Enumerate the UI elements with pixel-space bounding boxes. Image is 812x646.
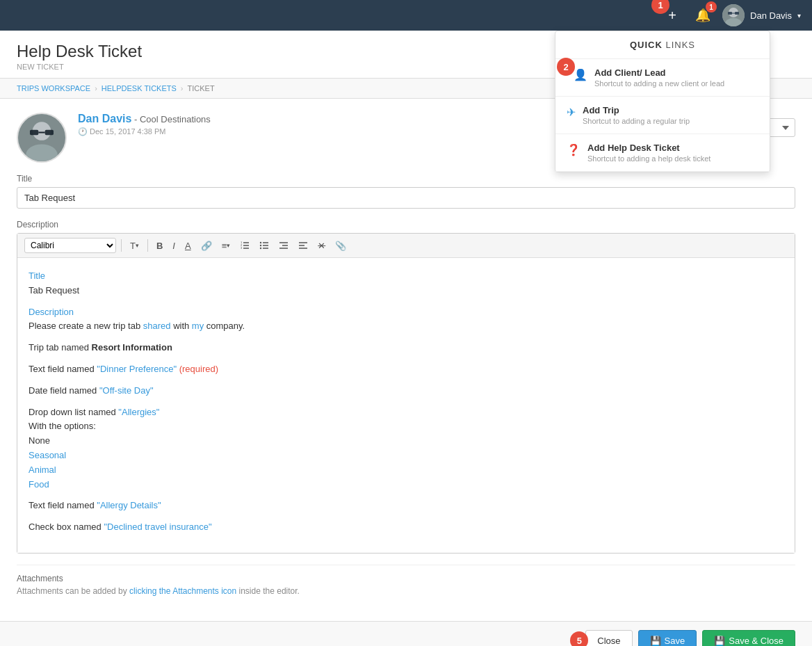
user-name-label: Dan Davis xyxy=(750,10,792,21)
title-label: Title xyxy=(17,174,795,184)
toolbar-sep2 xyxy=(147,239,148,252)
quick-link-add-trip[interactable]: ✈ Add Trip Shortcut to adding a regular … xyxy=(555,97,770,134)
editor-desc-label: Description xyxy=(29,307,74,317)
clock-icon: 🕐 xyxy=(78,127,90,136)
helpdesk-icon: ❓ xyxy=(567,143,580,156)
client-icon: 👤 xyxy=(574,68,587,81)
align-button[interactable]: ≡▾ xyxy=(218,239,234,253)
save-icon: 💾 xyxy=(650,636,661,646)
breadcrumb-sep2: › xyxy=(181,84,184,92)
svg-rect-4 xyxy=(735,12,739,15)
editor-date-field: Date field named "Off-site Day" xyxy=(29,384,783,398)
strikethrough-button[interactable]: ✕ xyxy=(314,239,329,253)
step5-badge: 5 xyxy=(570,631,588,646)
save-button[interactable]: 💾Save xyxy=(638,630,697,646)
quick-link-add-helpdesk[interactable]: ❓ Add Help Desk Ticket Shortcut to addin… xyxy=(555,134,770,172)
footer-bar: 5 Close 💾Save 💾Save & Close xyxy=(0,621,812,646)
svg-rect-10 xyxy=(45,130,54,136)
quick-link-client-info: Add Client/ Lead Shortcut to adding a ne… xyxy=(594,67,724,88)
svg-text:3: 3 xyxy=(241,246,243,250)
user-avatar-large xyxy=(17,113,67,163)
top-nav: 1 + 🔔 1 Dan Davis ▾ xyxy=(0,0,812,31)
editor-trip-tab: Trip tab named Resort Information xyxy=(29,341,783,355)
attachments-label: Attachments xyxy=(17,574,795,583)
notifications-wrap: 🔔 1 xyxy=(692,4,714,26)
editor-title-label: Title xyxy=(29,270,45,281)
user-avatar xyxy=(722,4,745,26)
description-label: Description xyxy=(17,220,795,229)
indent-button[interactable] xyxy=(275,239,292,252)
underline-button[interactable]: A xyxy=(181,239,195,253)
breadcrumb-workspace[interactable]: TRIPS WORKSPACE xyxy=(17,84,90,92)
close-button[interactable]: Close xyxy=(585,630,632,646)
editor-text-field2: Text field named "Allergy Details" xyxy=(29,499,783,513)
svg-rect-9 xyxy=(30,130,38,136)
main-content: Dan Davis - Cool Destinations 🕐 Dec 15, … xyxy=(0,99,812,621)
editor-dropdown: Drop down list named "Allergies" With th… xyxy=(29,405,783,492)
outdent-button[interactable] xyxy=(295,239,311,252)
editor-desc-text: Please create a new trip tab shared with… xyxy=(29,321,245,331)
save-close-icon: 💾 xyxy=(714,636,725,646)
notifications-button[interactable]: 🔔 1 xyxy=(692,4,714,26)
attachment-button[interactable]: 📎 xyxy=(332,239,350,253)
editor-container: Calibri Arial Times New Roman T▾ B I A 🔗… xyxy=(17,233,795,554)
user-menu[interactable]: Dan Davis ▾ xyxy=(722,4,801,26)
editor-toolbar: Calibri Arial Times New Roman T▾ B I A 🔗… xyxy=(17,234,795,258)
toolbar-sep1 xyxy=(121,239,122,252)
ordered-list-button[interactable]: 123 xyxy=(236,239,253,252)
italic-button[interactable]: I xyxy=(169,239,179,253)
editor-text-field1: Text field named "Dinner Preference" (re… xyxy=(29,362,783,377)
notification-badge: 1 xyxy=(706,1,717,13)
unordered-list-button[interactable] xyxy=(256,239,273,252)
step2-badge: 2 xyxy=(557,58,575,76)
quick-link-trip-info: Add Trip Shortcut to adding a regular tr… xyxy=(583,105,690,125)
save-close-button[interactable]: 💾Save & Close xyxy=(702,630,795,646)
user-caret-icon: ▾ xyxy=(797,12,801,19)
attachments-hint: Attachments can be added by clicking the… xyxy=(17,586,795,596)
description-field-group: Description Calibri Arial Times New Roma… xyxy=(17,220,795,554)
title-input[interactable] xyxy=(17,187,795,209)
editor-body[interactable]: Title Tab Request Description Please cre… xyxy=(17,258,795,553)
svg-point-23 xyxy=(260,248,261,249)
bold-button[interactable]: B xyxy=(153,239,166,253)
font-family-select[interactable]: Calibri Arial Times New Roman xyxy=(24,238,116,253)
quick-links-panel: QUICK LINKS 2 👤 Add Client/ Lead Shortcu… xyxy=(555,31,770,172)
font-size-button[interactable]: T▾ xyxy=(127,239,143,253)
quick-link-add-client[interactable]: 2 👤 Add Client/ Lead Shortcut to adding … xyxy=(555,59,770,97)
quick-links-header: QUICK LINKS xyxy=(555,31,770,59)
breadcrumb-sep1: › xyxy=(95,84,97,92)
breadcrumb-section[interactable]: HELPDESK TICKETS xyxy=(102,84,177,92)
editor-title-value: Tab Request xyxy=(29,285,79,296)
svg-point-21 xyxy=(260,242,261,243)
svg-point-22 xyxy=(260,245,261,246)
editor-checkbox: Check box named "Declined travel insuran… xyxy=(29,520,783,535)
trip-icon: ✈ xyxy=(567,106,576,119)
svg-rect-3 xyxy=(728,12,732,15)
title-field-group: Title xyxy=(17,174,795,209)
quick-link-helpdesk-info: Add Help Desk Ticket Shortcut to adding … xyxy=(587,143,710,163)
link-button[interactable]: 🔗 xyxy=(197,239,216,253)
attachments-section: Attachments Attachments can be added by … xyxy=(17,565,795,604)
breadcrumb-current: TICKET xyxy=(188,84,215,92)
